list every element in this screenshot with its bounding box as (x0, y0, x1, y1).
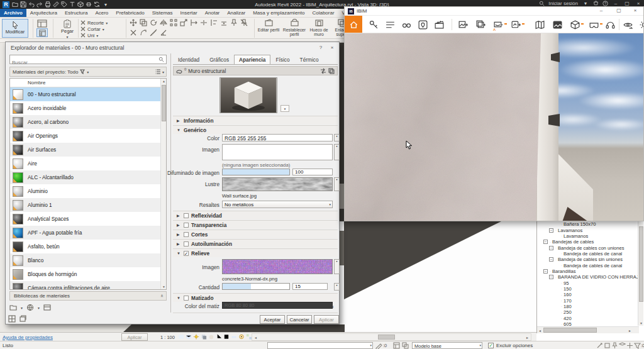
material-row[interactable]: Acero inoxidable (10, 101, 160, 115)
scroll-left-icon[interactable]: ◄ (537, 329, 543, 333)
align-icon[interactable] (210, 19, 218, 26)
ibim-3d-viewport[interactable] (345, 33, 644, 221)
autoiluminacion-checkbox[interactable] (184, 241, 189, 247)
tree-expander-icon[interactable]: − (549, 275, 553, 279)
reflexividad-checkbox[interactable] (184, 213, 189, 218)
filter-funnel-icon[interactable] (80, 69, 85, 74)
ibim-maximize-button[interactable]: ▢ (614, 8, 623, 13)
map-button[interactable] (533, 18, 546, 31)
tree-item[interactable]: −·Bandeja de cables de canal (538, 251, 638, 257)
export-image-button[interactable] (457, 18, 469, 31)
mirror-icon[interactable] (160, 19, 167, 26)
window-close-button[interactable]: × (635, 1, 642, 6)
materials-vscroll-thumb[interactable] (162, 85, 166, 121)
material-row[interactable]: Bloques de hormigón (10, 267, 160, 281)
replace-asset-icon[interactable] (320, 68, 326, 74)
material-editor-tab[interactable]: Térmico (295, 55, 324, 64)
header-dropdown-icon[interactable]: ▾ (87, 70, 89, 74)
tree-item[interactable]: −·Lavamanos (538, 233, 638, 239)
asset-browser-icon[interactable] (43, 304, 51, 311)
properties-help-link[interactable]: Ayuda de propiedades (3, 335, 53, 340)
tree-expander-icon[interactable]: − (549, 257, 553, 262)
crop-view-icon[interactable] (216, 333, 222, 340)
gloss-texture-swatch[interactable] (222, 177, 333, 191)
select-pinned-icon[interactable] (611, 342, 618, 349)
section-generico[interactable]: ▼ Genérico (173, 125, 338, 134)
select-by-face-icon[interactable] (619, 342, 626, 349)
revit-logo[interactable]: R (3, 1, 9, 8)
signin-dropdown-icon[interactable]: ▾ (582, 1, 589, 6)
ibim-close-button[interactable]: × (631, 8, 640, 13)
material-editor-icon[interactable] (8, 315, 16, 323)
sync-icon[interactable] (94, 1, 100, 8)
help-icon[interactable] (602, 1, 608, 6)
dialog-close-button[interactable]: × (328, 44, 336, 52)
ribbon-small-button[interactable]: Uni ▾ (80, 32, 125, 38)
material-libraries-bar[interactable]: Bibliotecas de materiales « (9, 291, 167, 301)
tree-item[interactable]: −·Bandejas de cables (538, 239, 638, 245)
window-maximize-button[interactable]: ▢ (623, 1, 631, 6)
visual-style-icon[interactable] (186, 333, 192, 340)
fade-value-field[interactable]: 100 (292, 169, 333, 175)
bump-amount-options-button[interactable]: ▾ (334, 283, 340, 291)
temporary-hide-icon[interactable] (231, 333, 237, 340)
relieve-checkbox[interactable]: ✓ (184, 251, 189, 256)
signin-label[interactable]: Iniciar sesión (548, 1, 578, 6)
tree-item[interactable]: −·Bandeja de cables sin uniones (538, 257, 638, 262)
properties-icon[interactable] (36, 19, 48, 28)
headset-button[interactable] (604, 18, 616, 31)
scroll-up-icon[interactable]: ▲ (161, 79, 167, 83)
render-icon[interactable] (208, 333, 214, 340)
material-row[interactable]: ALC - Alcantarillado (10, 170, 160, 184)
match-type-icon[interactable] (140, 29, 147, 36)
material-editor-tab[interactable]: Físico (270, 55, 294, 64)
tree-hscroll-thumb[interactable] (543, 328, 597, 333)
tree-item[interactable]: −·Barandillas (538, 269, 638, 274)
undo-icon[interactable] (28, 1, 35, 8)
bump-amount-slider[interactable] (222, 283, 290, 290)
dialog-titlebar[interactable]: Explorador de materiales - 00 - Muro est… (6, 42, 339, 53)
scroll-left-icon[interactable]: ◄ (253, 336, 258, 340)
transparencia-checkbox[interactable] (184, 223, 189, 228)
matizado-checkbox[interactable] (184, 296, 189, 301)
ribbon-small-button[interactable]: Cortar ▾ (80, 26, 125, 32)
delete-icon[interactable] (130, 29, 137, 36)
tree-expander-icon[interactable]: − (543, 240, 548, 244)
view-scale-label[interactable]: 1 : 100 (160, 335, 175, 340)
properties-apply-button[interactable]: Aplicar (121, 333, 148, 341)
bim-list-button[interactable] (384, 18, 396, 31)
array-icon[interactable] (170, 19, 177, 26)
image-field[interactable] (222, 144, 333, 160)
tree-expander-icon[interactable]: − (549, 246, 553, 250)
section-reflexividad[interactable]: ▶ Reflexividad (173, 211, 338, 219)
bump-texture-swatch[interactable] (222, 259, 333, 274)
tag-icon[interactable] (61, 1, 67, 8)
3d-view-icon[interactable] (77, 1, 84, 8)
material-row[interactable]: Aire (10, 157, 160, 170)
ribbon-tab[interactable]: Arquitectura (26, 9, 61, 17)
material-row[interactable]: Aluminio 1 (10, 198, 160, 212)
color-options-button[interactable]: ▾ (334, 134, 340, 141)
color-value-field[interactable]: RGB 255 255 255 (222, 134, 333, 141)
copy-icon[interactable] (140, 19, 147, 26)
material-editor-tab[interactable]: Apariencia (234, 55, 270, 64)
export-exr-button[interactable] (509, 18, 522, 31)
editable-only-icon[interactable] (375, 342, 382, 349)
section-relieve[interactable]: ▼ ✓ Relieve (173, 248, 338, 257)
reveal-hidden-icon[interactable] (238, 333, 245, 340)
model-3d-button[interactable] (569, 18, 581, 31)
create-material-dropdown-icon[interactable]: ▾ (21, 306, 23, 310)
accept-button[interactable]: Aceptar (260, 315, 285, 324)
share-material-icon[interactable] (19, 315, 26, 323)
fade-slider[interactable] (222, 169, 290, 175)
section-matizado[interactable]: ▼ Matizado (173, 293, 338, 302)
cancel-button[interactable]: Cancelar (287, 315, 312, 324)
open-library-icon[interactable] (26, 304, 34, 311)
crop-region-icon[interactable] (223, 333, 230, 340)
worksets-icon[interactable] (393, 342, 400, 349)
ribbon-tab[interactable]: Masa y emplazamiento (249, 9, 308, 17)
visibility-button[interactable] (621, 18, 634, 31)
bump-amount-field[interactable]: 15 (292, 283, 328, 290)
select-links-icon[interactable] (596, 342, 603, 349)
tree-item[interactable]: −·150 (538, 286, 638, 292)
